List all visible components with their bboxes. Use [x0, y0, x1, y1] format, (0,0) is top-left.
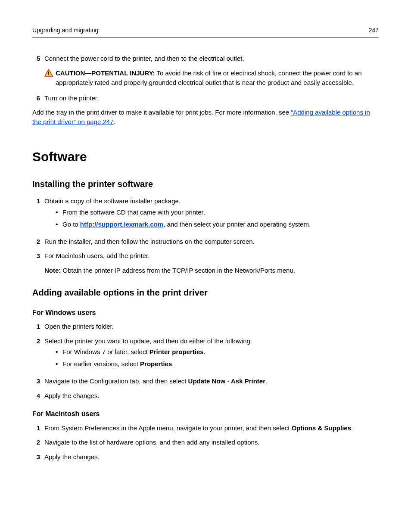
step-number: 5 — [32, 54, 44, 63]
step-text: Apply the changes. — [44, 391, 379, 401]
step-text: For Macintosh users, add the printer. — [44, 251, 379, 261]
bullet-post: . — [204, 348, 206, 355]
bullet-text: From the software CD that came with your… — [62, 208, 205, 217]
bullet-pre: For earlier versions, select — [62, 360, 140, 367]
step-post: . — [351, 424, 353, 432]
step-number: 6 — [32, 93, 44, 103]
heading-windows: For Windows users — [32, 308, 379, 317]
bullet-link: Go to http://support.lexmark.com, and th… — [56, 220, 379, 229]
bullet-bold: Printer properties — [149, 348, 204, 355]
win-step-4: 4 Apply the changes. — [32, 391, 379, 401]
step-number: 2 — [32, 336, 44, 371]
install-bullets: From the software CD that came with your… — [56, 208, 379, 229]
install-steps: 1 Obtain a copy of the software installe… — [32, 196, 379, 261]
install-step-3: 3 For Macintosh users, add the printer. — [32, 251, 379, 261]
step-text: Connect the power cord to the printer, a… — [44, 54, 379, 63]
step-pre: From System Preferences in the Apple men… — [44, 424, 292, 432]
bullet-cd: From the software CD that came with your… — [56, 208, 379, 217]
windows-steps: 1 Open the printers folder. 2 Select the… — [32, 322, 379, 401]
step-bold: Update Now ‑ Ask Printer — [188, 377, 265, 385]
bullet-post: , and then select your printer and opera… — [163, 221, 311, 228]
note-text: Obtain the printer IP address from the T… — [61, 267, 295, 274]
step-text: Navigate to the Configuration tab, and t… — [44, 376, 379, 386]
step-number: 1 — [32, 423, 44, 433]
step-line: Obtain a copy of the software installer … — [44, 197, 181, 205]
step-number: 1 — [32, 196, 44, 231]
step-text: Turn on the printer. — [44, 93, 379, 103]
step-text: Obtain a copy of the software installer … — [44, 196, 379, 231]
caution-block: CAUTION—POTENTIAL INJURY: To avoid the r… — [44, 68, 379, 87]
top-steps-cont: 6 Turn on the printer. — [32, 93, 379, 103]
bullet-earlier: For earlier versions, select Properties. — [56, 359, 379, 369]
step-line: Select the printer you want to update, a… — [44, 337, 252, 345]
win-step-3: 3 Navigate to the Configuration tab, and… — [32, 376, 379, 386]
step-number: 2 — [32, 237, 44, 246]
install-step-2: 2 Run the installer, and then follow the… — [32, 237, 379, 246]
bullet-post: . — [172, 360, 174, 367]
note-label: Note: — [44, 267, 61, 274]
bullet-text: For earlier versions, select Properties. — [62, 359, 174, 369]
section-software: Software — [32, 147, 379, 166]
step-6: 6 Turn on the printer. — [32, 93, 379, 103]
para-pre: Add the tray in the print driver to make… — [32, 109, 291, 116]
step-text: Navigate to the list of hardware options… — [44, 438, 379, 447]
step-text: Apply the changes. — [44, 452, 379, 462]
bullet-text: For Windows 7 or later, select Printer p… — [62, 347, 206, 357]
win-bullets: For Windows 7 or later, select Printer p… — [56, 347, 379, 369]
step-bold: Options & Supplies — [292, 424, 351, 432]
step-number: 4 — [32, 391, 44, 401]
bullet-pre: For Windows 7 or later, select — [62, 348, 149, 355]
step-5: 5 Connect the power cord to the printer,… — [32, 54, 379, 63]
step-number: 2 — [32, 438, 44, 447]
svg-rect-1 — [48, 72, 49, 74]
step-post: . — [265, 377, 267, 385]
win-step-1: 1 Open the printers folder. — [32, 322, 379, 331]
heading-adding-options: Adding available options in the print dr… — [32, 286, 379, 299]
step-text: Select the printer you want to update, a… — [44, 336, 379, 371]
page-number: 247 — [369, 26, 379, 34]
bullet-win7: For Windows 7 or later, select Printer p… — [56, 347, 379, 357]
mac-step-1: 1 From System Preferences in the Apple m… — [32, 423, 379, 433]
mac-step-3: 3 Apply the changes. — [32, 452, 379, 462]
header-left: Upgrading and migrating — [32, 26, 98, 34]
link-support-lexmark[interactable]: http://support.lexmark.com — [80, 221, 163, 228]
page-header: Upgrading and migrating 247 — [32, 26, 379, 37]
step-pre: Navigate to the Configuration tab, and t… — [44, 377, 188, 385]
step-text: Run the installer, and then follow the i… — [44, 237, 379, 246]
add-tray-paragraph: Add the tray in the print driver to make… — [32, 108, 379, 127]
caution-icon — [44, 68, 56, 87]
step-text: Open the printers folder. — [44, 322, 379, 331]
mac-step-2: 2 Navigate to the list of hardware optio… — [32, 438, 379, 447]
step-number: 3 — [32, 452, 44, 462]
bullet-pre: Go to — [62, 221, 80, 228]
top-steps: 5 Connect the power cord to the printer,… — [32, 54, 379, 63]
bullet-text: Go to http://support.lexmark.com, and th… — [62, 220, 311, 229]
heading-macintosh: For Macintosh users — [32, 409, 379, 419]
win-step-2: 2 Select the printer you want to update,… — [32, 336, 379, 371]
heading-installing: Installing the printer software — [32, 178, 379, 190]
caution-label: CAUTION—POTENTIAL INJURY: — [56, 69, 155, 77]
step-number: 3 — [32, 376, 44, 386]
install-step-1: 1 Obtain a copy of the software installe… — [32, 196, 379, 231]
step-text: From System Preferences in the Apple men… — [44, 423, 379, 433]
install-note: Note: Obtain the printer IP address from… — [44, 266, 379, 275]
step-number: 1 — [32, 322, 44, 331]
para-post: . — [113, 118, 115, 125]
caution-text: CAUTION—POTENTIAL INJURY: To avoid the r… — [56, 68, 379, 87]
svg-rect-2 — [48, 75, 49, 75]
mac-steps: 1 From System Preferences in the Apple m… — [32, 423, 379, 462]
bullet-bold: Properties — [140, 360, 172, 367]
step-number: 3 — [32, 251, 44, 261]
